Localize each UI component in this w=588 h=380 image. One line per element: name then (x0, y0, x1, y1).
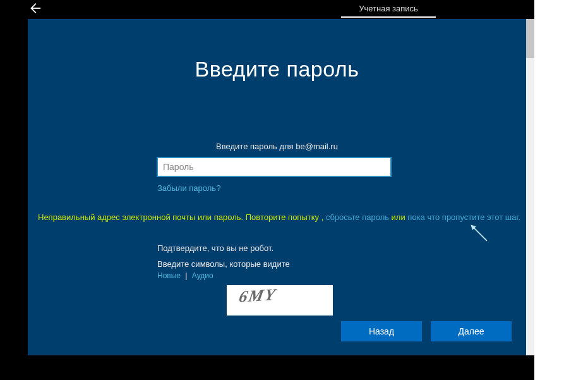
content-panel: Введите пароль Введите пароль для be@mai… (28, 19, 526, 355)
tab-underline (341, 16, 436, 18)
page-title: Введите пароль (28, 57, 526, 82)
skip-step-link[interactable]: пока что пропустите этот шаг. (407, 212, 520, 222)
back-arrow-icon[interactable] (28, 1, 43, 16)
back-button[interactable]: Назад (341, 321, 422, 341)
captcha-image: 6MY (227, 285, 333, 316)
reset-password-link[interactable]: сбросьте пароль (326, 212, 389, 222)
captcha-section: Подтвердите, что вы не робот. Введите си… (157, 243, 423, 316)
password-input[interactable] (157, 157, 391, 176)
captcha-instruction: Введите символы, которые видите (157, 259, 423, 269)
title-bar: Учетная запись (0, 0, 534, 19)
next-button[interactable]: Далее (431, 321, 512, 341)
bottom-bar (0, 355, 534, 380)
captcha-audio-link[interactable]: Аудио (192, 271, 213, 280)
captcha-links: Новые | Аудио (157, 271, 423, 280)
forgot-password-link[interactable]: Забыли пароль? (157, 183, 220, 193)
svg-line-0 (473, 227, 487, 241)
scrollbar-track[interactable] (526, 19, 534, 355)
tab-account[interactable]: Учетная запись (341, 4, 436, 13)
window: Учетная запись Введите пароль Введите па… (0, 0, 534, 380)
scrollbar-thumb[interactable] (526, 19, 534, 58)
error-comma: , (319, 212, 326, 222)
error-message: Неправильный адрес электронной почты или… (38, 212, 520, 222)
captcha-confirm-text: Подтвердите, что вы не робот. (157, 243, 423, 253)
error-or: или (389, 212, 407, 222)
captcha-separator: | (185, 271, 187, 280)
error-text: Неправильный адрес электронной почты или… (38, 212, 319, 222)
captcha-new-link[interactable]: Новые (157, 271, 181, 280)
password-prompt: Введите пароль для be@mail.ru (28, 142, 526, 151)
captcha-text: 6MY (237, 285, 278, 307)
annotation-arrow-icon (469, 223, 490, 244)
